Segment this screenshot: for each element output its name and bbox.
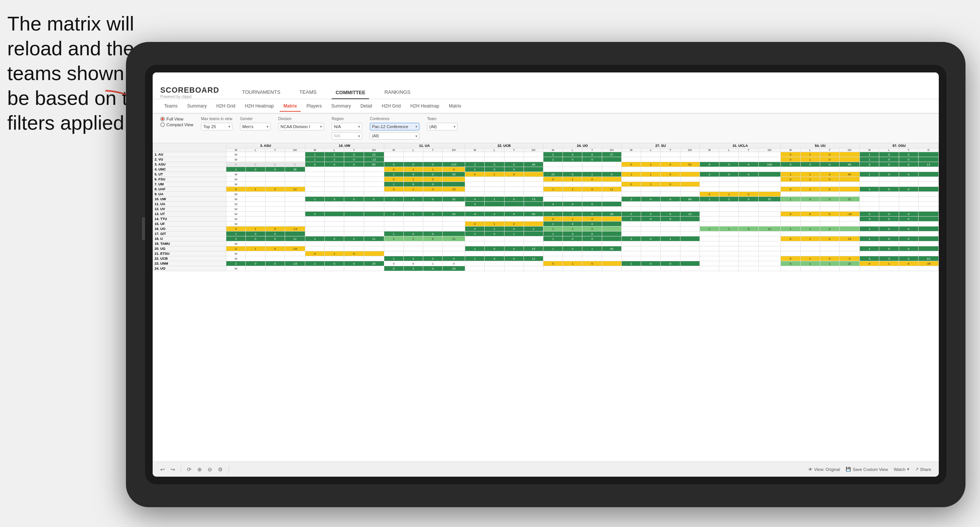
- view-original-label: View: Original: [814, 467, 840, 472]
- sub-t-uw: T: [344, 148, 364, 152]
- matrix-cell: [800, 231, 820, 236]
- matrix-cell: 0: [879, 212, 899, 217]
- matrix-cell: W: [226, 207, 246, 212]
- matrix-cell: [860, 182, 879, 187]
- subnav-summary-1[interactable]: Summary: [183, 101, 210, 112]
- matrix-cell: 0: [899, 227, 918, 231]
- sub-dif-ucb: Dif: [524, 148, 543, 152]
- matrix-table: 3. ASU 10. UW 11. UA 22. UCB 24. UO 27. …: [153, 143, 939, 271]
- conference-select-all[interactable]: (All): [370, 132, 419, 140]
- sub-t-ua: T: [423, 148, 443, 152]
- matrix-cell: 0: [543, 217, 563, 222]
- matrix-cell: [403, 241, 423, 246]
- matrix-cell: [661, 231, 680, 236]
- matrix-cell: [485, 202, 504, 207]
- nav-committee[interactable]: COMMITTEE: [332, 87, 369, 99]
- matrix-cell: 0: [443, 167, 465, 172]
- matrix-cell: 0: [781, 157, 800, 162]
- settings-icon[interactable]: ⚙: [218, 466, 223, 472]
- matrix-cell: [602, 236, 621, 241]
- subnav-h2h-heatmap-1[interactable]: H2H Heatmap: [241, 101, 278, 112]
- matrix-cell: [325, 192, 344, 197]
- subnav-players[interactable]: Players: [303, 101, 326, 112]
- watch-btn[interactable]: Watch ▾: [894, 467, 909, 472]
- view-original-btn[interactable]: 👁 View: Original: [808, 467, 840, 472]
- sub-dif-su: Dif: [680, 148, 700, 152]
- gender-select[interactable]: Men's: [240, 123, 271, 130]
- matrix-cell: 80: [364, 162, 384, 167]
- matrix-cell: 0: [226, 246, 246, 251]
- matrix-cell: [344, 222, 364, 227]
- matrix-cell: [465, 266, 485, 271]
- matrix-cell: [739, 241, 758, 246]
- matrix-cell: 1: [465, 246, 485, 251]
- matrix-cell: [800, 222, 820, 227]
- subnav-h2h-grid-1[interactable]: H2H Grid: [213, 101, 239, 112]
- matrix-cell: 36: [285, 167, 305, 172]
- matrix-cell: 0: [325, 261, 344, 266]
- table-row: 20. UG010-341002310140100: [153, 246, 939, 251]
- matrix-cell: [423, 222, 443, 227]
- matrix-cell: 1: [800, 261, 820, 266]
- matrix-cell: 1: [485, 227, 504, 231]
- nav-rankings[interactable]: RANKINGS: [380, 86, 414, 99]
- conference-select[interactable]: Pac-12 Conference: [370, 123, 419, 130]
- matrix-cell: [781, 182, 800, 187]
- subnav-h2h-heatmap-2[interactable]: H2H Heatmap: [406, 101, 443, 112]
- subnav-matrix[interactable]: Matrix: [280, 101, 301, 112]
- nav-teams[interactable]: TEAMS: [296, 86, 321, 99]
- matrix-cell: [602, 256, 621, 261]
- matrix-cell: [543, 266, 563, 271]
- subnav-teams[interactable]: Teams: [160, 101, 181, 112]
- team-row-label: 5. UT: [153, 172, 226, 177]
- nav-tournaments[interactable]: TOURNAMENTS: [238, 86, 284, 99]
- subnav-matrix-2[interactable]: Matrix: [445, 101, 465, 112]
- matrix-cell: [781, 167, 800, 172]
- matrix-cell: 0: [403, 261, 423, 266]
- matrix-cell: 0: [641, 236, 661, 241]
- matrix-cell: [582, 162, 602, 167]
- matrix-cell: E: [285, 162, 305, 167]
- max-teams-select[interactable]: Top 25: [201, 123, 232, 130]
- matrix-cell: [504, 187, 524, 192]
- share-btn[interactable]: ↗ Share: [915, 467, 931, 472]
- full-view-radio[interactable]: Full View: [160, 117, 193, 121]
- table-row: 12. UVW: [153, 207, 939, 212]
- matrix-cell: [384, 207, 403, 212]
- matrix-content[interactable]: 3. ASU 10. UW 11. UA 22. UCB 24. UO 27. …: [153, 143, 939, 461]
- matrix-cell: [285, 212, 305, 217]
- region-select-2[interactable]: N/A: [332, 132, 362, 140]
- undo-icon[interactable]: ↩: [160, 466, 165, 472]
- table-row: 16. UO210-14210111011011110100: [153, 227, 939, 231]
- region-select[interactable]: N/A: [332, 123, 362, 130]
- matrix-cell: [384, 246, 403, 251]
- matrix-cell: [879, 231, 899, 236]
- compact-view-radio[interactable]: Compact View: [160, 122, 193, 127]
- refresh-icon[interactable]: ⟳: [187, 466, 192, 472]
- matrix-cell: [840, 167, 860, 172]
- matrix-cell: [504, 202, 524, 207]
- matrix-cell: [918, 207, 938, 212]
- matrix-cell: 0: [739, 162, 758, 167]
- zoom-out-icon[interactable]: ⊖: [208, 466, 212, 472]
- matrix-cell: [739, 177, 758, 182]
- redo-icon[interactable]: ↪: [171, 466, 175, 472]
- matrix-cell: 0: [641, 197, 661, 202]
- team-row-label: 12. UV: [153, 207, 226, 212]
- subnav-detail[interactable]: Detail: [356, 101, 376, 112]
- matrix-cell: 0: [820, 172, 839, 177]
- side-button[interactable]: [142, 217, 145, 240]
- team-select[interactable]: (All): [427, 123, 458, 130]
- matrix-cell: 2: [700, 172, 719, 177]
- subnav-h2h-grid-2[interactable]: H2H Grid: [378, 101, 405, 112]
- matrix-cell: [423, 202, 443, 207]
- matrix-cell: 1: [246, 227, 265, 231]
- matrix-cell: [524, 202, 543, 207]
- subnav-summary-2[interactable]: Summary: [327, 101, 355, 112]
- zoom-in-icon[interactable]: ⊕: [197, 466, 202, 472]
- matrix-cell: 1: [403, 187, 423, 192]
- tablet-device: SCOREBOARD Powered by clippd TOURNAMENTS…: [126, 42, 965, 507]
- division-select[interactable]: NCAA Division I: [278, 123, 324, 130]
- matrix-cell: 0: [344, 251, 364, 256]
- save-custom-btn[interactable]: 💾 Save Custom View: [846, 467, 888, 472]
